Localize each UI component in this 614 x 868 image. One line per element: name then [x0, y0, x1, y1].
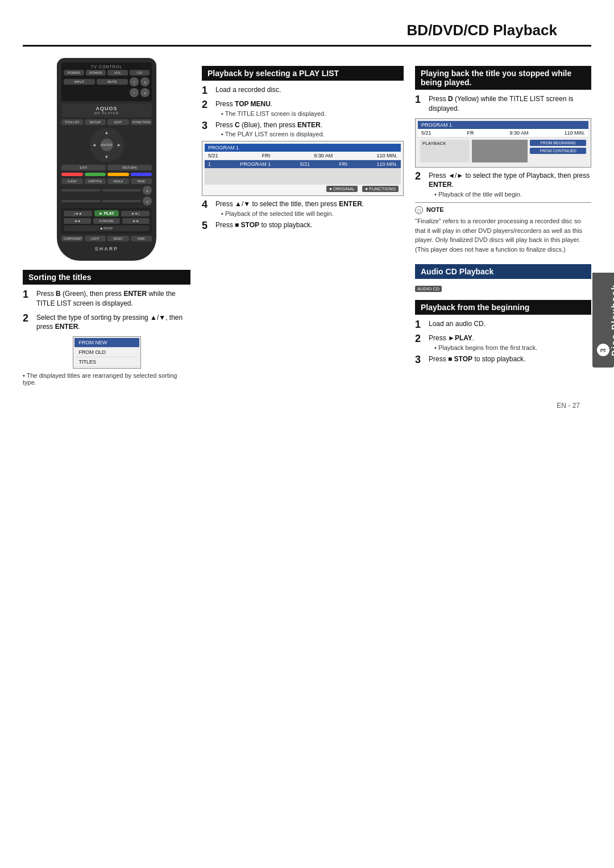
- playlist-screen: PROGRAM 1 5/21 FRI 9:30 AM 110 MIN. 1 PR…: [202, 141, 404, 196]
- prev-btn[interactable]: |◄◄: [64, 211, 92, 216]
- btn3[interactable]: [61, 200, 101, 202]
- pb-step2-bullet: Playback of the title will begin.: [429, 191, 591, 198]
- sorting-section: Sorting the titles 1 Press B (Green), th…: [23, 270, 190, 386]
- playback-controls: |◄◄ ► PLAY ►►| ◄◄ II PAUSE ►► ■ STOP: [61, 208, 152, 233]
- audio-cd-label: AUDIO CD: [415, 286, 442, 292]
- note-title: □ NOTE: [415, 206, 591, 214]
- nav-circle: ▲ ▼ ◄ ► ENTER: [90, 128, 124, 162]
- sorting-step1-text: Press B (Green), then press ENTER while …: [36, 289, 190, 308]
- next-btn[interactable]: ►►|: [121, 211, 150, 216]
- light-btn[interactable]: LIGHT: [85, 236, 106, 241]
- pl-step5-text: Press ■ STOP to stop playback.: [215, 220, 404, 230]
- play-btn[interactable]: ► PLAY: [94, 210, 119, 216]
- sort-titles: TITLES: [74, 357, 139, 367]
- cd-step3-text: Press ■ STOP to stop playback.: [429, 354, 591, 364]
- skip-btn[interactable]: ►►: [122, 218, 150, 224]
- cd-step-1: 1 Load an audio CD.: [415, 319, 591, 330]
- pause-btn[interactable]: II PAUSE: [93, 218, 121, 224]
- power2-btn[interactable]: POWER: [86, 70, 106, 76]
- setup-btn[interactable]: SETUP: [85, 119, 106, 125]
- playlist-step-3: 3 Press C (Blue), then press ENTER. The …: [202, 120, 404, 138]
- up2-btn[interactable]: ∧: [143, 186, 152, 195]
- comp-btn[interactable]: COMPONENT: [61, 236, 83, 241]
- sorting-note: • The displayed titles are rearranged by…: [23, 372, 190, 386]
- pl-step-num-3: 3: [202, 120, 211, 131]
- page-number: EN - 27: [0, 397, 614, 410]
- sort-from-old: FROM OLD: [74, 348, 139, 357]
- playing-back-section: Playing back the title you stopped while…: [415, 66, 591, 254]
- nav-up-arrow[interactable]: ▲: [105, 130, 109, 135]
- mute-btn[interactable]: MUTE: [97, 79, 128, 85]
- audio-cd-section: Audio CD Playback AUDIO CD Playback from…: [415, 264, 591, 365]
- nav-left-arrow[interactable]: ◄: [92, 143, 97, 148]
- title-list-btn[interactable]: TITLE LIST: [61, 119, 83, 125]
- sorting-step-1: 1 Press B (Green), then press ENTER whil…: [23, 289, 190, 310]
- tv-control-label: TV CONTROL: [64, 65, 150, 69]
- audio-btn[interactable]: AUDIO: [61, 178, 83, 184]
- down2-btn[interactable]: ∨: [143, 197, 152, 206]
- screen-program-label: PROGRAM 1: [208, 145, 239, 151]
- playlist-step-2: 2 Press TOP MENU. The TITLE LIST screen …: [202, 99, 404, 117]
- pb-step-1: 1 Press D (Yellow) while the TITLE LIST …: [415, 94, 591, 115]
- replay-btn[interactable]: ◄◄: [64, 218, 91, 224]
- pb-step-2: 2 Press ◄/► to select the type of Playba…: [415, 171, 591, 198]
- blue-btn[interactable]: [131, 173, 152, 176]
- btn1[interactable]: [61, 189, 101, 191]
- from-continued-btn: FROM CONTINUED: [530, 148, 586, 154]
- nav-right-arrow[interactable]: ►: [117, 143, 122, 148]
- reset-btn[interactable]: RESET: [107, 236, 129, 241]
- page-btn[interactable]: PAGE: [131, 178, 152, 184]
- red-btn[interactable]: [61, 173, 83, 176]
- exit-btn[interactable]: EXIT: [61, 165, 106, 170]
- cd-step-2: 2 Press ►PLAY. Playback begins from the …: [415, 333, 591, 351]
- edit-btn[interactable]: EDIT: [107, 119, 129, 125]
- pl-step4-text: Press ▲/▼ to select the title, then pres…: [215, 199, 404, 209]
- sort-from-new: FROM NEW: [74, 338, 139, 348]
- yellow-btn[interactable]: [107, 173, 129, 176]
- function-btn[interactable]: FUNCTION: [131, 119, 152, 125]
- pb-step2-text: Press ◄/► to select the type of Playback…: [429, 171, 591, 190]
- aquos-display: AQUOS BD PLAYER: [61, 103, 152, 117]
- pl-step2-bullet: The TITLE LIST screen is displayed.: [215, 110, 404, 117]
- playback-beginning-header: Playback from the beginning: [415, 300, 591, 315]
- power-btn[interactable]: POWER: [64, 70, 84, 76]
- sort-screen: FROM NEW FROM OLD TITLES: [73, 336, 141, 369]
- playlist-header: Playback by selecting a PLAY LIST: [202, 66, 404, 81]
- input-btn[interactable]: INPUT: [64, 79, 95, 85]
- stop-btn[interactable]: ■ STOP: [64, 226, 150, 231]
- pb-step-num-1: 1: [415, 94, 424, 105]
- subtitle-btn[interactable]: SUBTITLE: [85, 178, 106, 184]
- note-icon: □: [415, 206, 423, 214]
- green-btn[interactable]: [85, 173, 106, 176]
- pl-step3-text: Press C (Blue), then press ENTER.: [215, 120, 404, 130]
- cd-step-num-2: 2: [415, 333, 424, 344]
- sorting-step2-text: Select the type of sorting by pressing ▲…: [36, 313, 190, 332]
- screen-selected-row: 1 PROGRAM 1 5/21 FRI 110 MIN.: [205, 160, 401, 169]
- note-text: "Finalize" refers to a recorder processi…: [415, 216, 591, 254]
- nav-down-arrow[interactable]: ▼: [105, 155, 109, 160]
- remote-control: TV CONTROL POWER POWER VOL CH INPUT MUTE…: [56, 58, 158, 261]
- pl-step4-bullet: Playback of the selected title will begi…: [215, 210, 404, 217]
- minus-btn[interactable]: −: [130, 88, 139, 97]
- down-btn-tv[interactable]: ∨: [140, 88, 150, 97]
- enter-btn-circle[interactable]: ENTER: [101, 139, 113, 151]
- vol-btn[interactable]: VOL: [107, 70, 128, 76]
- btn4[interactable]: [102, 200, 142, 202]
- titlelist-time-row: 5/21 FR 9:30 AM 110 MIN.: [418, 129, 588, 137]
- angle-btn[interactable]: ANGLE: [107, 178, 129, 184]
- plus-btn[interactable]: +: [130, 77, 139, 86]
- sharp-logo: SHARP: [61, 246, 152, 252]
- from-beginning-btn: FROM BEGINNING: [530, 140, 586, 146]
- step-num-2s: 2: [23, 313, 32, 323]
- playlist-step-5: 5 Press ■ STOP to stop playback.: [202, 220, 404, 231]
- playing-back-header: Playing back the title you stopped while…: [415, 66, 591, 90]
- up-btn-tv[interactable]: ∧: [140, 77, 150, 86]
- cd-step-num-3: 3: [415, 354, 424, 365]
- ch-btn[interactable]: CH: [130, 70, 150, 76]
- hdmi-btn[interactable]: HDMI: [131, 236, 152, 241]
- btn2[interactable]: [102, 189, 142, 191]
- sorting-step-2: 2 Select the type of sorting by pressing…: [23, 313, 190, 333]
- chapter-num: 3: [597, 344, 609, 356]
- return-btn[interactable]: RETURN: [107, 165, 152, 170]
- cd-step-3: 3 Press ■ STOP to stop playback.: [415, 354, 591, 365]
